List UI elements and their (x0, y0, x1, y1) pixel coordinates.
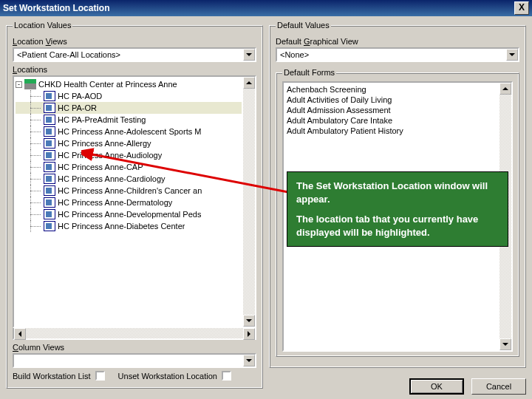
tree-child-node[interactable]: HC PA-OR (16, 102, 242, 114)
instruction-callout: The Set Workstation Location window will… (287, 171, 508, 247)
tree-parent-label: CHKD Health Center at Princess Anne (38, 78, 177, 90)
location-icon (44, 174, 55, 184)
default-graphical-view-label: Default Graphical View (276, 37, 519, 46)
tree-child-label: HC Princess Anne-CAP (58, 161, 143, 173)
tree-child-node[interactable]: HC Princess Anne-Children's Cancer an (16, 185, 242, 197)
list-item[interactable]: Adult Ambulatory Patient History (285, 126, 498, 136)
tree-child-label: HC Princess Anne-Dermatology (58, 197, 172, 208)
window-title: Set Workstation Location (3, 3, 514, 13)
location-icon (44, 91, 55, 101)
list-item[interactable] (285, 146, 498, 157)
location-icon (44, 115, 55, 125)
scroll-up-icon[interactable] (499, 83, 511, 95)
tree-child-node[interactable]: HC Princess Anne-Adolescent Sports M (16, 126, 242, 137)
cancel-button[interactable]: Cancel (471, 378, 526, 395)
scroll-down-icon[interactable] (499, 338, 511, 350)
collapse-icon[interactable]: - (16, 81, 22, 88)
tree-child-node[interactable]: HC Princess Anne-Audiology (16, 149, 242, 161)
tree-parent-node[interactable]: -CHKD Health Center at Princess Anne (16, 78, 242, 90)
tree-child-node[interactable]: HC Princess Anne-Cardiology (16, 173, 242, 185)
unset-workstation-location-checkbox[interactable] (222, 371, 231, 381)
list-item[interactable] (285, 157, 498, 167)
tree-child-node[interactable]: HC Princess Anne-Developmental Peds (16, 208, 242, 220)
tree-child-node[interactable]: HC Princess Anne-CAP (16, 161, 242, 173)
callout-text-2: The location tab that you currently have… (296, 213, 499, 239)
location-views-combo[interactable]: <Patient Care-All Locations> (13, 47, 256, 62)
tree-child-label: HC Princess Anne-Cardiology (58, 173, 166, 185)
location-icon (44, 126, 55, 137)
list-item[interactable] (285, 136, 498, 146)
location-values-legend: Location Values (13, 21, 72, 30)
scrollbar-horizontal[interactable] (13, 328, 256, 340)
tree-child-node[interactable]: HC Princess Anne-Dermatology (16, 197, 242, 208)
location-icon (44, 162, 55, 172)
scroll-right-icon[interactable] (243, 328, 255, 340)
location-views-label: Location Views (13, 37, 256, 46)
close-icon[interactable]: X (514, 1, 529, 15)
column-views-combo[interactable] (13, 353, 256, 368)
tree-child-label: HC PA-PreAdmit Testing (58, 114, 146, 126)
tree-child-node[interactable]: HC PA-PreAdmit Testing (16, 114, 242, 126)
location-icon (44, 138, 55, 149)
location-icon (44, 209, 55, 219)
location-icon (44, 197, 55, 208)
location-icon (44, 150, 55, 160)
list-item[interactable]: Adult Activities of Daily Living (285, 95, 498, 105)
building-icon (24, 79, 36, 89)
default-forms-legend: Default Forms (282, 68, 336, 77)
tree-child-label: HC Princess Anne-Children's Cancer an (58, 185, 202, 197)
titlebar: Set Workstation Location X (0, 0, 532, 16)
build-workstation-list-label: Build Workstation List (13, 372, 91, 381)
column-views-value (14, 355, 243, 366)
tree-child-label: HC Princess Anne-Developmental Peds (58, 208, 201, 220)
chevron-down-icon[interactable] (506, 49, 518, 61)
tree-child-node[interactable]: HC Princess Anne-Allergy (16, 137, 242, 149)
column-views-label: Column Views (13, 343, 256, 352)
locations-label: Locations (13, 65, 256, 74)
chevron-down-icon[interactable] (243, 49, 255, 61)
tree-child-label: HC PA-AOD (58, 90, 102, 102)
scroll-up-icon[interactable] (243, 77, 255, 89)
location-values-group: Location Values Location Views <Patient … (6, 21, 263, 389)
default-graphical-view-combo[interactable]: <None> (276, 47, 519, 62)
locations-tree[interactable]: -CHKD Health Center at Princess AnneHC P… (13, 75, 256, 328)
tree-child-node[interactable]: HC PA-AOD (16, 90, 242, 102)
scroll-down-icon[interactable] (243, 315, 255, 327)
tree-child-label: HC Princess Anne-Audiology (58, 149, 162, 161)
tree-child-label: HC PA-OR (58, 102, 97, 114)
build-workstation-list-checkbox[interactable] (95, 371, 105, 381)
tree-child-label: HC Princess Anne-Adolescent Sports M (58, 126, 201, 137)
location-views-value: <Patient Care-All Locations> (14, 49, 243, 61)
default-values-legend: Default Values (276, 21, 331, 30)
tree-child-label: HC Princess Anne-Allergy (58, 137, 151, 149)
chevron-down-icon[interactable] (243, 355, 255, 366)
list-item[interactable]: Adult Admission Assessment (285, 105, 498, 115)
default-graphical-view-value: <None> (277, 49, 506, 61)
list-item[interactable]: Adult Ambulatory Care Intake (285, 115, 498, 126)
location-icon (44, 103, 55, 113)
callout-text-1: The Set Workstation Location window will… (296, 180, 499, 205)
unset-workstation-location-label: Unset Workstation Location (118, 372, 217, 381)
location-icon (44, 221, 55, 231)
scroll-left-icon[interactable] (14, 328, 26, 340)
ok-button[interactable]: OK (409, 378, 464, 395)
tree-child-label: HC Princess Anne-Diabetes Center (58, 220, 185, 232)
location-icon (44, 185, 55, 196)
list-item[interactable]: Achenbach Screening (285, 84, 498, 95)
tree-child-node[interactable]: HC Princess Anne-Diabetes Center (16, 220, 242, 232)
scrollbar-vertical[interactable] (243, 77, 255, 327)
